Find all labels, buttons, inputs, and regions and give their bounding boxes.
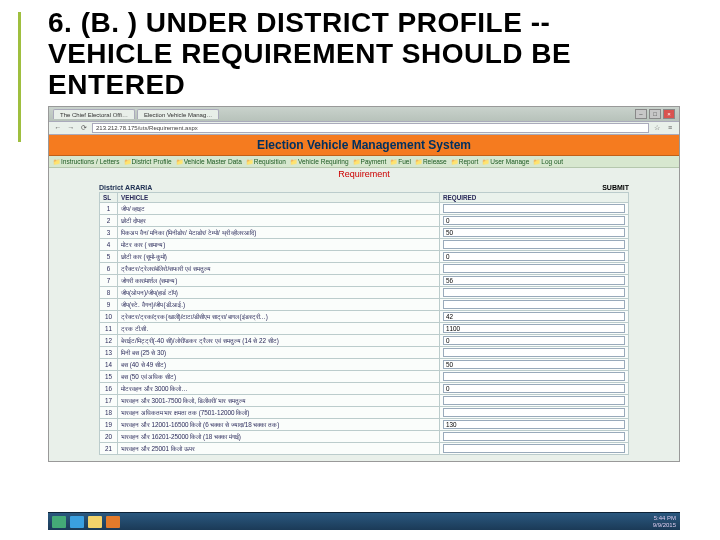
cell-sl: 19 (100, 419, 118, 431)
table-row: 18भारवहन अधिकतम भार क्षमता तक (7501-1200… (100, 407, 629, 419)
cell-required (440, 443, 629, 455)
start-button[interactable] (52, 516, 66, 528)
required-input[interactable] (443, 288, 625, 297)
menu-item[interactable]: District Profile (124, 158, 172, 165)
cell-required (440, 227, 629, 239)
col-vehicle: VEHICLE (118, 193, 440, 203)
cell-vehicle: मिनी बस (25 से 30) (118, 347, 440, 359)
cell-required (440, 215, 629, 227)
menu-item[interactable]: Payment (353, 158, 387, 165)
menu-item[interactable]: Vehicle Requiring (290, 158, 349, 165)
cell-sl: 4 (100, 239, 118, 251)
table-row: 19भारवहन और 12001-16500 किलो (6 चक्का से… (100, 419, 629, 431)
col-sl: SL (100, 193, 118, 203)
table-row: 12बेराईट/मिट्ट्री(-40 सी)/लोरी/डकर ट्रैल… (100, 335, 629, 347)
required-input[interactable] (443, 228, 625, 237)
menu-item[interactable]: Instructions / Letters (53, 158, 120, 165)
cell-vehicle: मोटरवहन और 3000 किलो… (118, 383, 440, 395)
tray-time: 5:44 PM (653, 515, 676, 522)
system-tray[interactable]: 5:44 PM 9/9/2015 (653, 515, 676, 529)
menu-item[interactable]: Release (415, 158, 447, 165)
required-input[interactable] (443, 396, 625, 405)
required-input[interactable] (443, 384, 625, 393)
window-min-button[interactable]: – (635, 109, 647, 119)
required-input[interactable] (443, 204, 625, 213)
table-row: 2छोटी दोपहर (100, 215, 629, 227)
cell-sl: 1 (100, 203, 118, 215)
cell-sl: 13 (100, 347, 118, 359)
required-input[interactable] (443, 312, 625, 321)
required-input[interactable] (443, 276, 625, 285)
cell-vehicle: ट्रैक्टर/ट्रेलर/बॉलेरो/सफारी एवं समतुल्य (118, 263, 440, 275)
table-row: 10ट्रेक्टर/ट्रक/ट्रक(खाली)/टाटा/डीसीएम स… (100, 311, 629, 323)
back-icon[interactable]: ← (53, 123, 63, 133)
cell-vehicle: भारवहन अधिकतम भार क्षमता तक (7501-12000 … (118, 407, 440, 419)
required-input[interactable] (443, 324, 625, 333)
cell-vehicle: ट्रक टी.सी. (118, 323, 440, 335)
table-row: 13मिनी बस (25 से 30) (100, 347, 629, 359)
app-banner: Election Vehicle Management System (49, 135, 679, 156)
cell-sl: 6 (100, 263, 118, 275)
taskbar-ie-icon[interactable] (70, 516, 84, 528)
cell-vehicle: जीप(स्टे. वैगन)/जीप(डी.आई.) (118, 299, 440, 311)
required-input[interactable] (443, 336, 625, 345)
required-input[interactable] (443, 348, 625, 357)
window-close-button[interactable]: × (663, 109, 675, 119)
required-input[interactable] (443, 252, 625, 261)
menu-item[interactable]: Fuel (390, 158, 411, 165)
cell-vehicle: छोटी कार (सूमो-कुमो) (118, 251, 440, 263)
cell-sl: 7 (100, 275, 118, 287)
table-row: 8जीप(ओपन)/जीप(हार्ड टॉप) (100, 287, 629, 299)
required-input[interactable] (443, 408, 625, 417)
cell-vehicle: बेराईट/मिट्ट्री(-40 सी)/लोरी/डकर ट्रैलर … (118, 335, 440, 347)
cell-required (440, 359, 629, 371)
required-input[interactable] (443, 444, 625, 453)
required-input[interactable] (443, 264, 625, 273)
table-row: 1जीप/ व्हाइट (100, 203, 629, 215)
page-subtitle: Requirement (49, 168, 679, 180)
cell-vehicle: बस (40 से 49 सीट) (118, 359, 440, 371)
required-input[interactable] (443, 372, 625, 381)
taskbar-firefox-icon[interactable] (106, 516, 120, 528)
required-input[interactable] (443, 432, 625, 441)
cell-vehicle: पिकअप वैन/ मनिका (मिनीडोर/ मेटाडोर/ टेम्… (118, 227, 440, 239)
cell-required (440, 311, 629, 323)
menu-icon[interactable]: ≡ (665, 123, 675, 133)
cell-sl: 12 (100, 335, 118, 347)
menu-item[interactable]: Report (451, 158, 479, 165)
bookmark-icon[interactable]: ☆ (652, 123, 662, 133)
menu-item[interactable]: Log out (533, 158, 563, 165)
required-input[interactable] (443, 216, 625, 225)
app-menubar: Instructions / LettersDistrict ProfileVe… (49, 156, 679, 168)
required-input[interactable] (443, 240, 625, 249)
tray-date: 9/9/2015 (653, 522, 676, 529)
cell-vehicle: जीप/ व्हाइट (118, 203, 440, 215)
cell-sl: 5 (100, 251, 118, 263)
taskbar-explorer-icon[interactable] (88, 516, 102, 528)
reload-icon[interactable]: ⟳ (79, 123, 89, 133)
menu-item[interactable]: Requisition (246, 158, 286, 165)
required-input[interactable] (443, 300, 625, 309)
url-field[interactable]: 213.212.78.175/uts/Requirement.aspx (92, 123, 649, 133)
cell-sl: 15 (100, 371, 118, 383)
table-row: 6ट्रैक्टर/ट्रेलर/बॉलेरो/सफारी एवं समतुल्… (100, 263, 629, 275)
cell-required (440, 299, 629, 311)
forward-icon[interactable]: → (66, 123, 76, 133)
cell-sl: 8 (100, 287, 118, 299)
cell-vehicle: जीप(ओपन)/जीप(हार्ड टॉप) (118, 287, 440, 299)
cell-required (440, 239, 629, 251)
browser-tab-2[interactable]: Election Vehicle Manag… (137, 109, 219, 119)
menu-item[interactable]: Vehicle Master Data (176, 158, 242, 165)
cell-required (440, 323, 629, 335)
table-row: 5छोटी कार (सूमो-कुमो) (100, 251, 629, 263)
menu-item[interactable]: User Manage (482, 158, 529, 165)
cell-sl: 21 (100, 443, 118, 455)
table-row: 15बस (50 एवं अधिक सीट) (100, 371, 629, 383)
submit-button[interactable]: SUBMIT (602, 184, 629, 191)
required-input[interactable] (443, 360, 625, 369)
browser-tab-1[interactable]: The Chief Electoral Offi… (53, 109, 135, 119)
cell-sl: 10 (100, 311, 118, 323)
col-required: REQUIRED (440, 193, 629, 203)
window-max-button[interactable]: □ (649, 109, 661, 119)
required-input[interactable] (443, 420, 625, 429)
